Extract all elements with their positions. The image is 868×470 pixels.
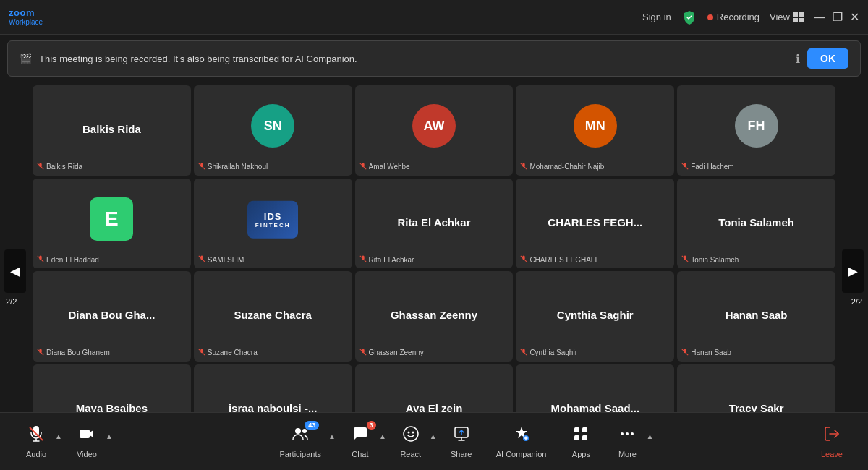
participant-label: Suzane Chacra: [208, 349, 258, 356]
participant-tile[interactable]: Cynthia Saghir Cynthia Saghir: [516, 271, 674, 362]
view-button[interactable]: View: [770, 12, 804, 22]
mic-off-icon: [681, 163, 689, 171]
participant-label: CHARLES FEGHALI: [529, 256, 597, 264]
svg-point-28: [302, 429, 307, 433]
participant-tile[interactable]: SN Shikrallah Nakhoul: [194, 85, 352, 176]
participant-display-name: Tonia Salameh: [715, 216, 797, 228]
participants-icon: 43: [292, 425, 309, 447]
chat-icon: 3: [352, 425, 369, 447]
participant-tile[interactable]: Ghassan Zeenny Ghassan Zeenny: [355, 271, 514, 362]
recording-dot: [707, 14, 713, 20]
mic-off-icon: [520, 255, 527, 264]
mic-off-icon: [359, 163, 367, 171]
more-button[interactable]: More: [605, 421, 649, 463]
right-page-indicator: 2/2: [851, 297, 862, 306]
audio-icon: [27, 425, 45, 447]
mic-off-icon: [359, 349, 367, 357]
mic-off-icon: [520, 163, 527, 171]
companion-button[interactable]: AI Companion: [486, 421, 557, 463]
participant-display-name: Hanan Saab: [723, 309, 791, 321]
companion-label: AI Companion: [496, 450, 547, 458]
participant-bottom-label: SAMI SLIM: [198, 255, 348, 264]
svg-point-29: [404, 427, 418, 441]
maximize-button[interactable]: ❐: [833, 12, 843, 23]
record-icon: 🎬: [20, 53, 32, 64]
participant-display-name: CHARLES FEGH...: [545, 216, 645, 228]
apps-button[interactable]: Apps: [559, 421, 603, 463]
workplace-text: Workplace: [9, 18, 43, 26]
ok-button[interactable]: OK: [807, 48, 848, 69]
participant-tile[interactable]: Rita El Achkar Rita El Achkar: [355, 179, 514, 269]
audio-button[interactable]: Audio: [14, 421, 58, 463]
recording-label: Recording: [717, 12, 760, 22]
companion-icon: [513, 425, 530, 447]
participant-label: Fadi Hachem: [691, 163, 733, 171]
svg-rect-26: [80, 430, 90, 438]
participant-label: SAMI SLIM: [208, 256, 244, 264]
participant-bottom-label: CHARLES FEGHALI: [520, 255, 670, 264]
zoom-text: zoom: [9, 8, 43, 18]
mic-off-icon: [37, 349, 44, 357]
notification-bar: 🎬 This meeting is being recorded. It's a…: [7, 40, 861, 77]
bottom-toolbar: Audio ▲ Video ▲ 43: [0, 412, 868, 470]
participant-tile[interactable]: Tonia Salameh Tonia Salameh: [677, 179, 835, 269]
mic-off-icon: [198, 163, 205, 171]
video-button[interactable]: Video: [65, 421, 109, 463]
info-icon[interactable]: ℹ: [796, 52, 800, 66]
participants-count: 43: [305, 421, 319, 430]
participant-bottom-label: Balkis Rida: [37, 163, 187, 171]
participant-tile[interactable]: MN Mohamad-Chahir Najib: [516, 85, 674, 176]
top-bar-right: Sign in Recording View — ❐ ✕: [642, 9, 859, 25]
share-icon: [453, 425, 470, 447]
video-icon: [78, 425, 95, 447]
participant-tile[interactable]: CHARLES FEGH... CHARLES FEGHALI: [516, 179, 674, 269]
participant-label: Cynthia Saghir: [529, 349, 577, 356]
svg-point-40: [631, 432, 634, 435]
sign-in-button[interactable]: Sign in: [642, 12, 671, 22]
participant-bottom-label: Amal Wehbe: [359, 163, 509, 171]
mic-off-icon: [520, 349, 527, 357]
svg-point-27: [295, 428, 301, 434]
participant-display-name: Diana Bou Gha...: [65, 309, 158, 321]
chat-button[interactable]: 3 Chat: [339, 421, 382, 463]
participant-avatar: AW: [412, 104, 456, 148]
view-label: View: [770, 12, 790, 22]
participant-bottom-label: Suzane Chacra: [198, 349, 348, 357]
participant-tile[interactable]: E Eden El Haddad: [33, 179, 191, 269]
recording-badge: Recording: [707, 12, 760, 22]
participant-label: Rita El Achkar: [369, 256, 414, 264]
participant-tile[interactable]: IDSFINTECH SAMI SLIM: [194, 179, 352, 269]
prev-page-button[interactable]: ◀: [4, 249, 26, 293]
leave-button[interactable]: Leave: [810, 421, 854, 463]
next-page-button[interactable]: ▶: [842, 249, 864, 293]
react-button[interactable]: React: [389, 421, 433, 463]
participant-tile[interactable]: Balkis Rida Balkis Rida: [33, 85, 191, 176]
svg-rect-34: [574, 427, 579, 432]
participant-tile[interactable]: AW Amal Wehbe: [355, 85, 514, 176]
audio-label: Audio: [26, 450, 46, 458]
react-icon: [402, 425, 420, 447]
top-bar-left: zoom Workplace: [9, 8, 43, 26]
react-chevron: ▲: [430, 432, 437, 440]
participant-label: Eden El Haddad: [46, 256, 99, 264]
share-button[interactable]: Share: [440, 421, 483, 463]
participant-label: Shikrallah Nakhoul: [208, 163, 268, 171]
mic-off-icon: [198, 349, 205, 357]
mic-off-icon: [359, 255, 367, 264]
participant-tile[interactable]: FH Fadi Hachem: [677, 85, 835, 176]
window-controls: — ❐ ✕: [814, 12, 859, 23]
participant-bottom-label: Diana Bou Ghanem: [37, 349, 187, 357]
notification-text: This meeting is being recorded. It's als…: [39, 54, 788, 64]
svg-point-38: [621, 432, 624, 435]
zoom-logo: zoom Workplace: [9, 8, 43, 26]
svg-rect-35: [582, 427, 587, 432]
participants-button[interactable]: 43 Participants: [269, 421, 331, 463]
participant-tile[interactable]: Diana Bou Gha... Diana Bou Ghanem: [33, 271, 191, 362]
video-chevron: ▲: [106, 432, 113, 440]
close-button[interactable]: ✕: [850, 12, 859, 23]
participants-grid: Balkis Rida Balkis RidaSN Shikrallah Nak…: [33, 82, 835, 460]
minimize-button[interactable]: —: [814, 12, 825, 23]
participant-avatar: MN: [574, 104, 617, 148]
participant-tile[interactable]: Hanan Saab Hanan Saab: [677, 271, 835, 362]
participant-tile[interactable]: Suzane Chacra Suzane Chacra: [194, 271, 352, 362]
